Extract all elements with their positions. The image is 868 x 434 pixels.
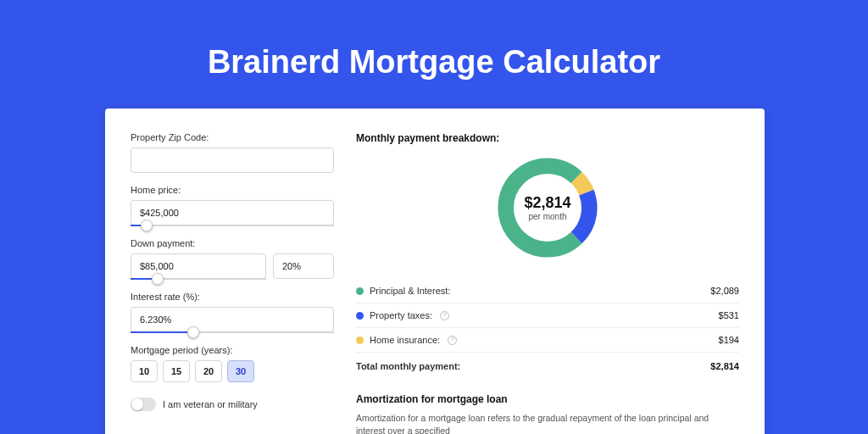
- period-option-20[interactable]: 20: [195, 360, 222, 382]
- zip-field-wrap: Property Zip Code:: [131, 132, 334, 173]
- breakdown-column: Monthly payment breakdown: $2,814 per mo…: [356, 132, 739, 434]
- home-price-field-wrap: Home price:: [131, 185, 334, 226]
- breakdown-heading: Monthly payment breakdown:: [356, 132, 739, 144]
- page-title: Brainerd Mortgage Calculator: [0, 0, 868, 81]
- breakdown-line-items: Principal & Interest:$2,089Property taxe…: [356, 278, 739, 378]
- calculator-card: Property Zip Code: Home price: Down paym…: [105, 108, 765, 434]
- home-price-label: Home price:: [131, 185, 334, 195]
- down-payment-slider[interactable]: [131, 278, 266, 280]
- breakdown-row-ins: Home insurance:?$194: [356, 328, 739, 353]
- breakdown-value-pi: $2,089: [710, 286, 739, 296]
- down-payment-percent-input[interactable]: [273, 253, 334, 279]
- interest-rate-label: Interest rate (%):: [131, 292, 334, 302]
- amortization-text: Amortization for a mortgage loan refers …: [356, 412, 739, 434]
- donut-chart: $2,814 per month: [492, 153, 603, 263]
- period-option-30[interactable]: 30: [227, 360, 254, 382]
- breakdown-total-label: Total monthly payment:: [356, 361, 460, 371]
- veteran-toggle-label: I am veteran or military: [163, 399, 258, 409]
- breakdown-label-tax: Property taxes:: [370, 310, 432, 320]
- form-column: Property Zip Code: Home price: Down paym…: [131, 132, 334, 434]
- down-payment-amount-input[interactable]: [131, 253, 266, 279]
- breakdown-value-ins: $194: [719, 335, 739, 345]
- breakdown-total-value: $2,814: [710, 361, 739, 371]
- down-payment-field-wrap: Down payment:: [131, 238, 334, 280]
- slider-thumb[interactable]: [141, 220, 153, 231]
- zip-input[interactable]: [131, 147, 334, 173]
- interest-rate-input[interactable]: [131, 307, 334, 332]
- mortgage-period-options: 10152030: [131, 360, 334, 382]
- breakdown-row-tax: Property taxes:?$531: [356, 303, 739, 328]
- mortgage-period-label: Mortgage period (years):: [131, 345, 334, 355]
- info-icon[interactable]: ?: [448, 336, 457, 345]
- interest-field-wrap: Interest rate (%):: [131, 292, 334, 333]
- veteran-toggle-row: I am veteran or military: [131, 398, 334, 411]
- donut-chart-wrap: $2,814 per month: [356, 153, 739, 263]
- breakdown-row-total: Total monthly payment:$2,814: [356, 353, 739, 378]
- period-option-15[interactable]: 15: [163, 360, 190, 382]
- down-payment-label: Down payment:: [131, 238, 334, 248]
- breakdown-row-pi: Principal & Interest:$2,089: [356, 279, 739, 303]
- amortization-section: Amortization for mortgage loan Amortizat…: [356, 393, 739, 434]
- donut-sub: per month: [528, 212, 566, 221]
- zip-label: Property Zip Code:: [131, 132, 334, 142]
- breakdown-label-pi: Principal & Interest:: [370, 286, 450, 296]
- info-icon[interactable]: ?: [440, 311, 449, 320]
- home-price-input[interactable]: [131, 200, 334, 225]
- amortization-heading: Amortization for mortgage loan: [356, 393, 739, 405]
- donut-amount: $2,814: [524, 194, 570, 212]
- donut-center: $2,814 per month: [492, 153, 603, 263]
- breakdown-value-tax: $531: [719, 310, 739, 320]
- page-root: Brainerd Mortgage Calculator Property Zi…: [0, 0, 868, 434]
- interest-rate-slider[interactable]: [131, 331, 334, 333]
- swatch-tax: [356, 312, 364, 320]
- breakdown-label-ins: Home insurance:: [370, 335, 440, 345]
- slider-thumb[interactable]: [187, 326, 199, 338]
- veteran-toggle[interactable]: [131, 398, 156, 411]
- slider-thumb[interactable]: [152, 273, 164, 285]
- swatch-pi: [356, 287, 364, 295]
- home-price-slider[interactable]: [131, 225, 334, 226]
- swatch-ins: [356, 337, 364, 344]
- period-option-10[interactable]: 10: [131, 360, 158, 382]
- period-field-wrap: Mortgage period (years): 10152030: [131, 345, 334, 382]
